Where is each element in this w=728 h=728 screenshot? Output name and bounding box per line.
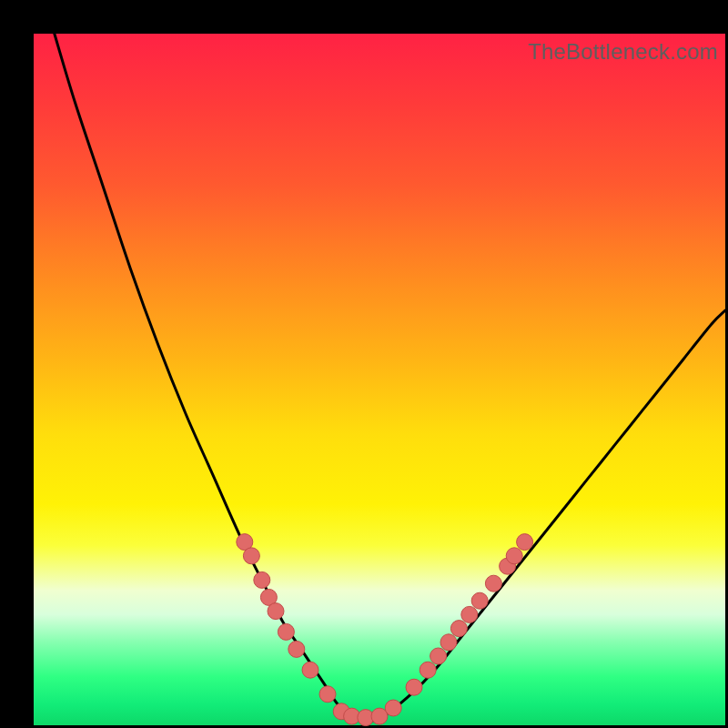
- curve-marker: [278, 623, 294, 640]
- curve-marker: [254, 571, 270, 588]
- chart-frame: TheBottleneck.com: [0, 0, 728, 728]
- curve-marker: [319, 686, 336, 703]
- curve-marker: [420, 662, 436, 678]
- curve-marker: [450, 621, 467, 637]
- curve-marker: [461, 606, 478, 622]
- curve-marker: [406, 679, 422, 695]
- curve-marker: [288, 641, 305, 657]
- curve-marker: [517, 534, 533, 551]
- curve-marker: [485, 575, 501, 592]
- curve-marker: [268, 603, 284, 620]
- curve-marker: [302, 662, 318, 678]
- curve-layer: [34, 34, 725, 725]
- marker-group: [237, 534, 533, 726]
- curve-marker: [385, 700, 401, 716]
- curve-marker: [430, 648, 447, 664]
- curve-marker: [471, 592, 488, 609]
- curve-marker: [243, 548, 259, 564]
- bottleneck-curve: [55, 34, 725, 721]
- curve-marker: [440, 634, 457, 651]
- curve-marker: [506, 548, 522, 564]
- plot-area: TheBottleneck.com: [34, 34, 725, 725]
